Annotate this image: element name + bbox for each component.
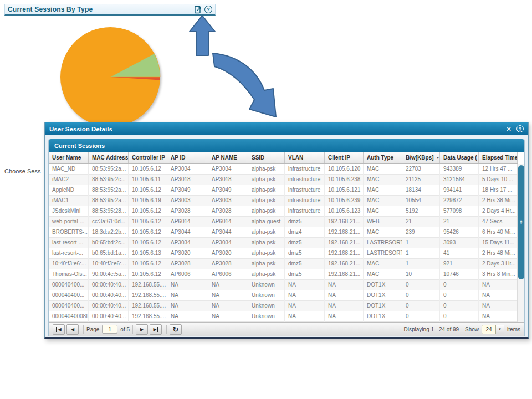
column-header[interactable]: SSID <box>248 152 285 163</box>
table-cell: 0 <box>402 311 440 322</box>
table-cell: 192.168.55.... <box>129 311 167 322</box>
page-size-select[interactable]: 24 ▼ <box>482 325 504 334</box>
table-cell: NA <box>208 290 248 301</box>
column-header[interactable]: Controller IP <box>129 152 167 163</box>
column-header[interactable]: B/w[KBps]▼ <box>402 152 440 163</box>
table-row[interactable]: BROBERTS-...18:3d:a2:2b...10.105.6.12AP3… <box>49 227 518 238</box>
table-row[interactable]: last-resort-...b0:65:bd:1a...10.105.6.13… <box>49 248 518 259</box>
table-cell: 41 <box>440 248 479 259</box>
dialog-titlebar[interactable]: User Session Details ✕ ? <box>45 122 528 135</box>
table-row[interactable]: 000040400...00:00:40:40...192.168.55....… <box>49 290 518 301</box>
table-cell: BROBERTS-... <box>49 227 89 238</box>
table-row[interactable]: 000040400...00:00:40:40...192.168.55....… <box>49 280 518 290</box>
table-row[interactable]: iMAC288:53:95:2c...10.105.6.11AP3018AP30… <box>49 175 518 185</box>
table-cell: 10.105.6.123 <box>325 206 364 217</box>
dialog-body: Current Sessions User NameMAC AddressCon… <box>45 135 528 336</box>
sessions-pie-chart[interactable] <box>58 25 166 130</box>
column-header[interactable]: AP NAME <box>208 152 248 163</box>
table-cell: 00:00:40:40... <box>89 280 129 290</box>
table-cell: infrastructure <box>285 206 325 217</box>
table-row[interactable]: MAC_ND88:53:95:2a...10.105.6.12AP3034AP3… <box>49 164 518 175</box>
table-cell: MAC <box>364 259 402 269</box>
table-row[interactable]: iMAC188:53:95:2a...10.105.6.19AP3003AP30… <box>49 196 518 206</box>
vertical-scrollbar[interactable]: ▲ ▼ <box>517 164 524 322</box>
prev-page-button[interactable]: ◀ <box>66 324 79 335</box>
table-row[interactable]: JSdeskMini88:53:95:28...10.105.6.12AP302… <box>49 206 518 217</box>
table-cell: cc:3a:61:0d... <box>89 217 129 227</box>
table-row[interactable]: Thomas-Ols...90:00:4e:5a...10.105.6.12AP… <box>49 269 518 280</box>
table-cell: NA <box>285 290 325 301</box>
annotation-arrows <box>186 14 283 122</box>
table-row[interactable]: AppleND88:53:95:2a...10.105.6.12AP3049AP… <box>49 185 518 196</box>
table-cell: NA <box>167 280 208 290</box>
column-header[interactable]: VLAN <box>285 152 325 163</box>
table-cell: NA <box>208 301 248 311</box>
column-header[interactable]: AP ID <box>167 152 208 163</box>
table-cell: 192.168.21... <box>325 248 364 259</box>
table-cell: 10.105.6.12 <box>129 269 167 280</box>
table-cell: MAC <box>364 164 402 175</box>
dashboard-page: Current Sessions By Type ? Choose Sess U… <box>0 0 532 399</box>
table-cell: 239 <box>402 227 440 238</box>
table-cell: NA <box>325 301 364 311</box>
table-cell: 229872 <box>440 196 479 206</box>
refresh-button[interactable]: ↻ <box>170 324 182 335</box>
column-header[interactable]: Client IP <box>325 152 364 163</box>
page-label: Page <box>86 326 99 332</box>
export-icon[interactable] <box>194 6 202 14</box>
table-cell: 921 <box>440 259 479 269</box>
table-cell: 00:00:40:40... <box>89 290 129 301</box>
table-cell: alpha-psk <box>248 185 285 196</box>
table-row[interactable]: 000040400...00:00:40:40...192.168.55....… <box>49 301 518 311</box>
table-row[interactable]: last-resort-...b0:65:bd:2c...10.105.6.12… <box>49 238 518 248</box>
table-cell: NA <box>167 301 208 311</box>
table-cell: alpha-guest <box>248 217 285 227</box>
table-cell: 88:53:95:2c... <box>89 175 129 185</box>
table-row[interactable]: 10:40:f3:e6:...10:40:f3:e6:...10.105.6.1… <box>49 259 518 269</box>
help-icon[interactable]: ? <box>204 6 212 13</box>
page-number-input[interactable] <box>102 325 117 334</box>
table-header-row: User NameMAC AddressController IPAP IDAP… <box>49 152 518 164</box>
table-cell: 1 <box>402 248 440 259</box>
table-cell: AP3034 <box>167 164 208 175</box>
table-cell: AP3034 <box>167 238 208 248</box>
table-cell: Unknown <box>248 290 285 301</box>
last-page-button[interactable]: ▶ <box>150 324 162 335</box>
table-cell: infrastructure <box>285 185 325 196</box>
table-cell: AP3018 <box>208 175 248 185</box>
table-cell: DOT1X <box>364 290 402 301</box>
dialog-title: User Session Details <box>49 126 506 132</box>
column-header[interactable]: MAC Address <box>89 152 129 163</box>
table-cell: 0 <box>402 280 440 290</box>
first-page-button[interactable]: ◀ <box>53 324 65 335</box>
column-header[interactable]: Data Usage ( K <box>440 152 479 163</box>
displaying-status: Displaying 1 - 24 of 99 <box>404 326 459 332</box>
table-cell: dmz4 <box>285 227 325 238</box>
table-cell: web-portal-... <box>49 217 89 227</box>
table-cell: alpha-psk <box>248 196 285 206</box>
dialog-help-icon[interactable]: ? <box>516 125 524 132</box>
table-cell: 10.105.6.12 <box>129 259 167 269</box>
scrollbar-thumb[interactable]: ▲ ▼ <box>518 165 524 279</box>
column-header[interactable]: Elapsed Time <box>479 152 518 163</box>
prev-page-icon: ◀ <box>71 327 74 332</box>
table-cell: dmz5 <box>285 217 325 227</box>
column-header[interactable]: Auth Type <box>364 152 402 163</box>
table-cell: AP3018 <box>167 175 208 185</box>
table-cell: MAC <box>364 227 402 238</box>
table-cell: 88:53:95:2a... <box>89 185 129 196</box>
table-cell: 10.105.6.19 <box>129 196 167 206</box>
table-cell: Thomas-Ols... <box>49 269 89 280</box>
table-cell: 1 <box>402 238 440 248</box>
next-page-button[interactable]: ▶ <box>136 324 148 335</box>
table-cell: 10:40:f3:e6:... <box>89 259 129 269</box>
close-icon[interactable]: ✕ <box>506 126 511 132</box>
choose-session-label: Choose Sess <box>4 168 40 175</box>
table-cell: NA <box>208 311 248 322</box>
column-header[interactable]: User Name <box>49 152 89 163</box>
table-row[interactable]: 00004040008f00:00:40:40...192.168.55....… <box>49 311 518 322</box>
table-row[interactable]: web-portal-...cc:3a:61:0d...10.105.6.12A… <box>49 217 518 227</box>
pager-separator <box>462 325 462 334</box>
table-cell: WEB <box>364 217 402 227</box>
table-cell: 88:53:95:2a... <box>89 164 129 175</box>
